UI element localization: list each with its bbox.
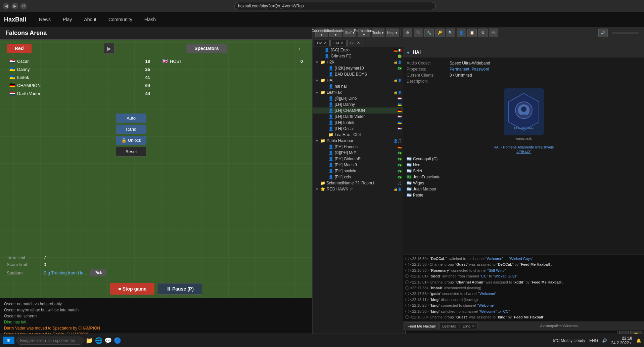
channel-item-lh-dino[interactable]: 👤 [©][LH] Dino 🇳🇱 — [313, 95, 403, 101]
channel-item-ph-muris[interactable]: 👤 [PH] Muris 9 🇧🇷 — [313, 162, 403, 168]
channel-item-ph-girlontar[interactable]: 👤 [PH] GirlontaR 🇧🇷 — [313, 156, 403, 162]
auto-button[interactable]: Auto — [116, 114, 146, 123]
pick-button[interactable]: Pick — [90, 269, 106, 276]
channel-item-lh-danny[interactable]: 👤 [LH] Danny 🇺🇦 — [313, 101, 403, 107]
channel-item-badblue[interactable]: 👤 BAD BLUE BOYS — [313, 71, 403, 77]
ts-tab-bg[interactable]: BG ✕ — [347, 40, 363, 46]
volume-btn[interactable]: 🔊 — [598, 29, 608, 37]
score-limit-row: Score limit 0 — [7, 262, 306, 267]
channel-item-lh-oscar[interactable]: 👤 [LH] Oscar 🇳🇱 — [313, 126, 403, 132]
ts-icon-btn-7[interactable]: 📋 — [467, 29, 477, 37]
neymar-label: [H2K] neymar10 — [335, 66, 396, 71]
channel-item-haihai[interactable]: 👤 hai hai — [313, 83, 403, 89]
pause-game-button[interactable]: ⏸ Pause (P) — [158, 283, 202, 295]
reload-button[interactable]: ↺ — [20, 3, 27, 9]
unlock-label: Unlock — [128, 138, 141, 143]
grimers-icon: 👤 — [324, 54, 329, 58]
ts-teamspeak-label: teamspeak — [410, 137, 637, 140]
channel-item-grimers[interactable]: 👤 Grimers FC 🟢 — [313, 53, 403, 59]
ts-icon-btn-2[interactable]: 🔌 — [414, 29, 423, 37]
ts-icon-btn-8[interactable]: ⚙ — [478, 29, 488, 37]
ts-log-line-0: ⓘ <22:15:30> "DeCCaL" switched from chan… — [405, 256, 642, 262]
url-bar[interactable]: haxball.com/play?c=Qo_4VomWRgo — [234, 2, 436, 10]
ts-chat-tab-dino[interactable]: Dino ✕ — [460, 322, 478, 329]
back-button[interactable]: ◀ — [3, 3, 9, 9]
permissions-dropdown[interactable]: Permissions ▾ — [358, 29, 370, 37]
ts-chat-tab-leafhax[interactable]: LeafHax — [439, 322, 459, 329]
arena-header: Falcons Arena — [0, 27, 312, 40]
forward-button[interactable]: ▶ — [11, 3, 18, 9]
ts-tab-fm-close[interactable]: ✕ — [324, 41, 327, 45]
bookmarks-dropdown[interactable]: Bookmarks ▾ — [329, 29, 342, 37]
ts-description-text: HAI - Homens Altamente Irresistíveis — [407, 145, 641, 149]
channel-item-redhawk[interactable]: ▼ ⭐ RED HAWK ☆ 🔒👤 — [313, 186, 403, 192]
field-area: Red ▶ Spectators › 🇳🇱 Oscar 18 — [0, 40, 312, 298]
channel-item-ph-saviola[interactable]: 👤 [PH] saviola 🇧🇷 — [313, 168, 403, 174]
ts-icon-btn-4[interactable]: 🔑 — [435, 29, 445, 37]
ts-lineup-flag-6: 🇦🇷 — [407, 193, 412, 198]
taskbar-icon-chrome[interactable]: 🔵 — [114, 337, 121, 344]
nav-about[interactable]: About — [78, 12, 102, 27]
unlock-button[interactable]: 🔒 Unlock — [116, 136, 146, 145]
reset-button[interactable]: Reset — [116, 147, 146, 157]
ts-icon-btn-5[interactable]: 🔍 — [446, 29, 455, 37]
connections-dropdown[interactable]: Connections ▾ — [315, 29, 328, 37]
ts-tab-fm[interactable]: FM ✕ — [314, 40, 330, 46]
channel-item-enzo[interactable]: 👤 [GG] Enzo 🇩🇪🇮🇹 — [313, 47, 403, 53]
rand-button[interactable]: Rand — [116, 125, 146, 134]
svg-text:IRRESISTIVEIS: IRRESISTIVEIS — [514, 126, 533, 129]
help-dropdown[interactable]: Help ▾ — [386, 29, 399, 37]
ts-chat-tab-dino-close[interactable]: ✕ — [472, 324, 475, 328]
channel-item-neymar[interactable]: 👤 [H2K] neymar10 🇧🇷 — [313, 65, 403, 71]
spectators-button[interactable]: Spectators — [186, 44, 227, 53]
channel-item-hai[interactable]: ▼ 📁 HAI 🔒👤 — [313, 77, 403, 83]
player-name-host: 🇬🇧 HOST — [162, 58, 182, 64]
stop-game-label: Stop game — [123, 286, 147, 292]
navbar: HaxBall News Play About Community Flash — [0, 12, 644, 27]
channel-item-lh-iuntek[interactable]: 👤 [LH] Iuntek 🇺🇦 — [313, 120, 403, 126]
tools-dropdown[interactable]: Tools ▾ — [372, 29, 384, 37]
channel-item-leafhax[interactable]: ▼ 📁 LeafHax 🔒👤 — [313, 89, 403, 95]
channel-item-h2k[interactable]: ▼ 📁 H2K 🔒👤 — [313, 59, 403, 65]
stop-game-button[interactable]: ■ Stop game — [110, 283, 154, 295]
nav-flash[interactable]: Flash — [138, 12, 162, 27]
ts-icon-btn-6[interactable]: 👤 — [457, 29, 466, 37]
stadium-value[interactable]: Big Training from Ha... — [44, 270, 87, 275]
player-row-iuntek: 🇺🇦 Iuntek 41 — [7, 73, 153, 81]
ts-icon-btn-1[interactable]: ⚙ — [403, 29, 412, 37]
channel-item-lh-darth[interactable]: 👤 [LH] Darth Vader 🇳🇱 — [313, 114, 403, 120]
lh-darth-badges: 🇳🇱 — [398, 115, 402, 119]
channel-item-lh-champion[interactable]: 👤 [LH] CHAMPION 🇩🇪 — [313, 107, 403, 114]
taskbar-icon-discord[interactable]: 💬 — [104, 337, 112, 344]
ts-properties-value[interactable]: Permanent, Password — [450, 67, 489, 72]
ts-icon-btn-3[interactable]: 🔧 — [424, 29, 434, 37]
red-team-button[interactable]: Red — [7, 44, 32, 53]
channel-item-leafhax-chill[interactable]: 📁 LeafHax - Chill — [313, 132, 403, 138]
ts-tab-cm-close[interactable]: ✕ — [340, 41, 343, 45]
taskbar-icon-browser[interactable]: 🌐 — [95, 337, 102, 344]
player-row-darth: 🇳🇱 Darth Vader 44 — [7, 89, 153, 97]
ts-tab-bg-close[interactable]: ✕ — [357, 41, 360, 45]
taskbar-volume-icon[interactable]: 🔊 — [602, 338, 607, 343]
taskbar-notification-icon[interactable]: 🔔 — [636, 338, 641, 343]
channel-item-ph-hannes[interactable]: 👤 [PH] Hannes 🇩🇪 — [313, 144, 403, 150]
channel-item-ph-mrp[interactable]: 👤 [©][PH] MrP 🇧🇷 — [313, 150, 403, 156]
nav-play[interactable]: Play — [57, 12, 78, 27]
channel-item-channelname[interactable]: 📁 $channelName ?? 'Room f... 🎵 — [313, 180, 403, 186]
enzo-icon: 👤 — [324, 48, 329, 52]
game-controls: Auto Rand 🔒 Unlock Reset — [116, 114, 146, 157]
channel-item-ph-xeis[interactable]: 👤 [PH] xeis 🇧🇷 — [313, 174, 403, 180]
ts-icon-btn-9[interactable]: 🎮 — [489, 29, 498, 37]
ts-tab-cm[interactable]: CM ✕ — [330, 40, 347, 46]
taskbar-icon-explorer[interactable]: 📁 — [86, 337, 93, 344]
ts-log-line-6: ⓘ <22:17:53> "gado" connected to channel… — [405, 291, 642, 297]
play-button[interactable]: ▶ — [104, 43, 114, 54]
nav-news[interactable]: News — [33, 12, 57, 27]
start-button[interactable]: ⊞ — [3, 337, 14, 344]
volume-slider[interactable] — [612, 32, 639, 34]
nav-community[interactable]: Community — [102, 12, 138, 27]
ts-chat-tab-feedme[interactable]: Feed Me Haxball — [405, 322, 439, 329]
channel-item-pablo[interactable]: ▼ 📁 Pablo Haxobar 👤🎵 — [313, 138, 403, 144]
taskbar-search[interactable] — [16, 337, 84, 345]
time-limit-row: Time limit 7 — [7, 255, 306, 260]
